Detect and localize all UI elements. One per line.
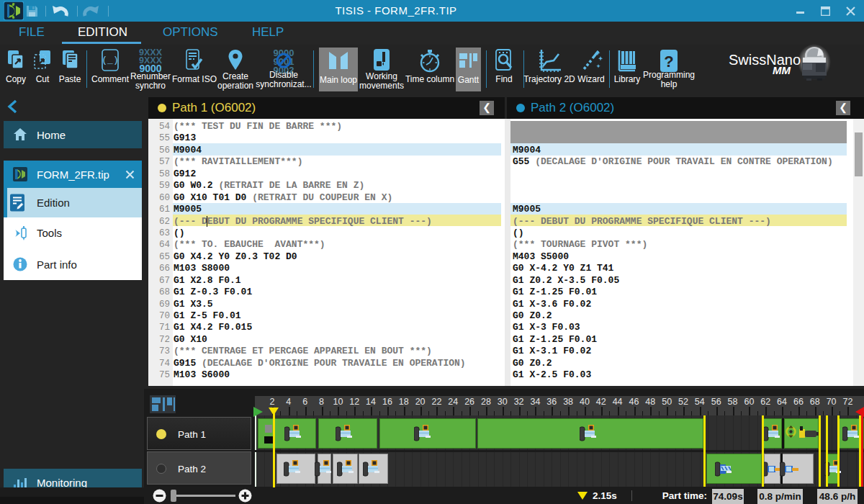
svg-text:?: ? bbox=[664, 53, 673, 71]
svg-text:(_): (_) bbox=[102, 55, 118, 66]
